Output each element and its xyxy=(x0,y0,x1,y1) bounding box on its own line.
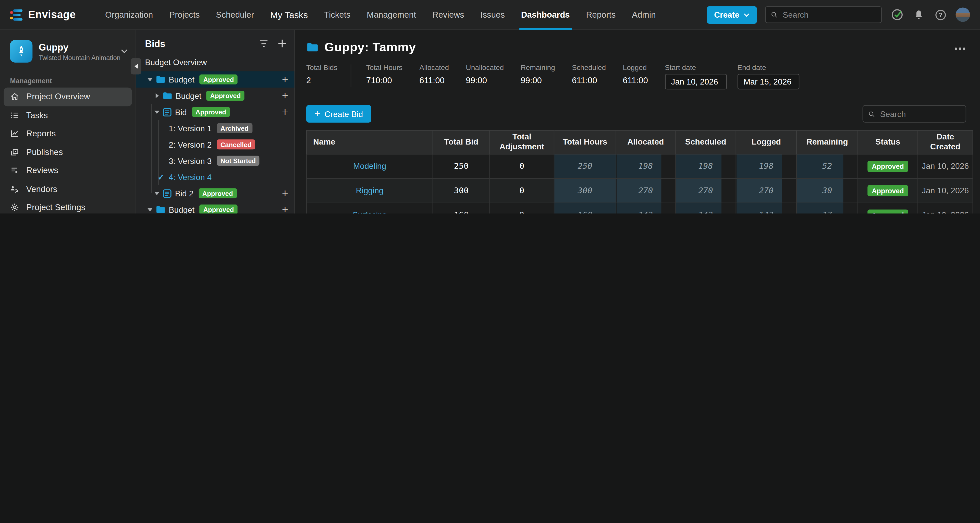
envisage-logo-icon xyxy=(10,8,24,21)
col-name[interactable]: Name xyxy=(307,131,433,154)
row-add-icon[interactable]: + xyxy=(282,107,288,118)
stat-label: Unallocated xyxy=(466,64,504,71)
row-add-icon[interactable]: + xyxy=(282,74,288,85)
bid-link[interactable]: Surfacing xyxy=(352,210,387,214)
sidebar-item-reports[interactable]: Reports xyxy=(0,124,135,143)
caret-down-icon[interactable] xyxy=(146,78,154,81)
sidebar-item-label: Vendors xyxy=(26,184,57,194)
row-add-icon[interactable]: + xyxy=(282,188,288,199)
nav-reviews[interactable]: Reviews xyxy=(424,0,473,30)
bid-link[interactable]: Rigging xyxy=(356,186,383,195)
user-avatar[interactable] xyxy=(956,7,970,22)
tree-row-budget-1[interactable]: Budget Approved + xyxy=(136,71,294,88)
caret-down-icon[interactable] xyxy=(153,192,161,195)
status-badge: Approved xyxy=(867,185,908,196)
filter-icon[interactable] xyxy=(259,39,269,48)
stat-remaining: Remaining 99:00 xyxy=(520,64,555,85)
nav-projects[interactable]: Projects xyxy=(161,0,208,30)
col-allocated[interactable]: Allocated xyxy=(616,131,675,154)
cell-logged: 143 xyxy=(736,203,797,214)
nav-reports[interactable]: Reports xyxy=(578,0,624,30)
col-logged[interactable]: Logged xyxy=(736,131,797,154)
cell-total-adjustment: 0 xyxy=(490,178,554,203)
tree-row-budget-3[interactable]: Budget Approved + xyxy=(136,201,294,214)
project-org: Twisted Mountain Animation xyxy=(39,53,115,61)
row-add-icon[interactable]: + xyxy=(282,204,288,214)
stat-value: 611:00 xyxy=(572,76,606,85)
cell-status: Approved xyxy=(858,203,918,214)
create-button[interactable]: Create xyxy=(707,6,757,24)
nav-issues[interactable]: Issues xyxy=(473,0,513,30)
col-total-hours[interactable]: Total Hours xyxy=(554,131,616,154)
sidebar-item-project-settings[interactable]: Project Settings xyxy=(0,198,135,214)
caret-down-icon[interactable] xyxy=(146,208,154,211)
col-remaining[interactable]: Remaining xyxy=(797,131,858,154)
caret-down-icon[interactable] xyxy=(153,110,161,113)
tree-row-version-4[interactable]: ✓ 4: Version 4 xyxy=(136,169,294,185)
col-status[interactable]: Status xyxy=(858,131,918,154)
row-add-icon[interactable]: + xyxy=(282,90,288,101)
cell-total-bid: 300 xyxy=(433,178,490,203)
sidebar-item-vendors[interactable]: Vendors xyxy=(0,180,135,198)
svg-text:?: ? xyxy=(939,11,942,18)
panel-collapse-button[interactable] xyxy=(130,58,142,75)
nav-tickets[interactable]: Tickets xyxy=(316,0,359,30)
tree-row-budget-2[interactable]: Budget Approved + xyxy=(136,88,294,104)
project-switcher[interactable]: Guppy Twisted Mountain Animation xyxy=(0,35,135,69)
tree-item-label: Bid 2 xyxy=(175,188,194,198)
tree-row-bid-2[interactable]: Bid 2 Approved + xyxy=(136,185,294,201)
envisage-logo[interactable]: Envisage xyxy=(10,8,76,21)
tree-item-label: Bid xyxy=(175,107,187,117)
cell-total-adjustment: 0 xyxy=(490,203,554,214)
nav-dashboards[interactable]: Dashboards xyxy=(513,0,578,30)
more-options-icon[interactable] xyxy=(955,48,965,50)
project-sidebar: Guppy Twisted Mountain Animation Managem… xyxy=(0,30,136,214)
col-total-adjustment[interactable]: Total Adjustment xyxy=(490,131,554,154)
tree-row-bid[interactable]: Bid Approved + xyxy=(136,104,294,120)
cell-total-hours: 300 xyxy=(554,178,616,203)
search-icon xyxy=(771,11,778,19)
tree-row-version-1[interactable]: 1: Version 1 Archived xyxy=(136,120,294,136)
approvals-icon[interactable] xyxy=(890,8,904,22)
notifications-bell-icon[interactable] xyxy=(912,8,926,22)
caret-right-icon[interactable] xyxy=(153,93,161,98)
nav-scheduler[interactable]: Scheduler xyxy=(208,0,262,30)
table-search-input[interactable] xyxy=(879,108,961,119)
table-search[interactable] xyxy=(862,105,966,123)
tree-item-label: Budget xyxy=(169,205,194,214)
sidebar-item-reviews[interactable]: Reviews xyxy=(0,161,135,180)
cell-total-bid: 250 xyxy=(433,154,490,178)
version-label: 3: Version 3 xyxy=(169,156,212,166)
nav-organization[interactable]: Organization xyxy=(97,0,161,30)
help-icon[interactable]: ? xyxy=(934,8,948,22)
col-total-bid[interactable]: Total Bid xyxy=(433,131,490,154)
cell-allocated: 270 xyxy=(616,178,675,203)
nav-management[interactable]: Management xyxy=(359,0,424,30)
status-badge: Approved xyxy=(207,91,245,100)
project-name: Guppy xyxy=(39,41,115,53)
col-scheduled[interactable]: Scheduled xyxy=(675,131,736,154)
sidebar-item-tasks[interactable]: Tasks xyxy=(0,106,135,124)
nav-admin[interactable]: Admin xyxy=(624,0,664,30)
stat-value: 99:00 xyxy=(466,76,504,85)
create-bid-button[interactable]: + Create Bid xyxy=(306,105,371,123)
add-bid-icon[interactable] xyxy=(277,39,287,48)
tree-row-version-2[interactable]: 2: Version 2 Cancelled xyxy=(136,136,294,153)
stat-allocated: Allocated 611:00 xyxy=(419,64,449,85)
tree-row-version-3[interactable]: 3: Version 3 Not Started xyxy=(136,153,294,169)
global-search[interactable] xyxy=(765,6,882,23)
bid-document-icon xyxy=(162,107,172,117)
budget-overview-link[interactable]: Budget Overview xyxy=(136,54,294,71)
start-date-input[interactable] xyxy=(665,74,727,89)
stat-total-hours: Total Hours 710:00 xyxy=(366,64,402,85)
cell-total-hours: 160 xyxy=(554,203,616,214)
col-date-created[interactable]: Date Created xyxy=(918,131,973,154)
sidebar-item-project-overview[interactable]: Project Overview xyxy=(4,88,132,106)
stat-label: Logged xyxy=(623,64,648,71)
folder-icon xyxy=(156,205,165,214)
bid-link[interactable]: Modeling xyxy=(353,161,386,171)
end-date-input[interactable] xyxy=(737,74,799,89)
global-search-input[interactable] xyxy=(781,10,876,20)
nav-my-tasks[interactable]: My Tasks xyxy=(262,0,316,30)
sidebar-item-publishes[interactable]: Publishes xyxy=(0,143,135,161)
